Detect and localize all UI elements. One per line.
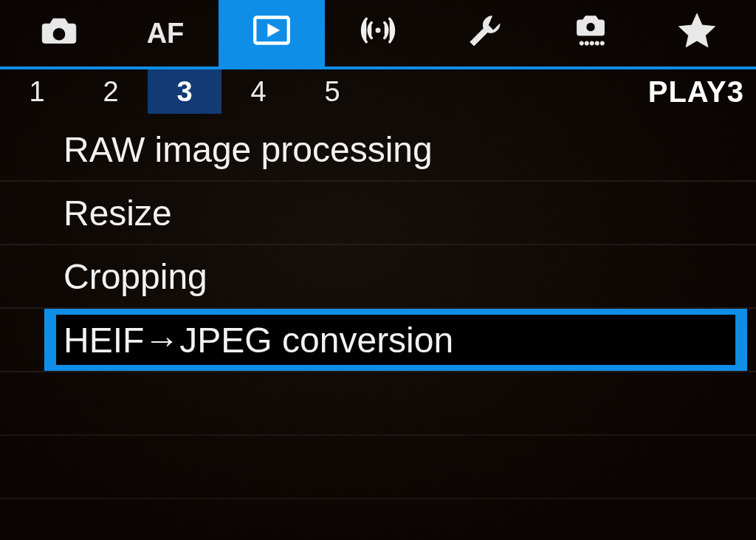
svg-point-4 bbox=[585, 41, 588, 44]
menu-item-empty bbox=[0, 372, 756, 436]
menu-item-label: Cropping bbox=[63, 256, 207, 297]
main-tab-mymenu[interactable] bbox=[644, 0, 750, 66]
menu-item-label: RAW image processing bbox=[63, 129, 433, 170]
camera-menu-screen: AF bbox=[0, 0, 756, 540]
menu-item-cropping[interactable]: Cropping bbox=[0, 245, 756, 309]
menu-item-label: HEIF→JPEG conversion bbox=[63, 320, 453, 360]
main-tab-playback[interactable] bbox=[219, 0, 325, 66]
main-tab-setup[interactable] bbox=[431, 0, 537, 66]
menu-item-raw-processing[interactable]: RAW image processing bbox=[0, 118, 756, 182]
sub-tab-1[interactable]: 1 bbox=[0, 69, 74, 114]
wrench-icon bbox=[464, 10, 505, 58]
svg-point-3 bbox=[580, 41, 583, 44]
menu-item-heif-jpeg[interactable]: HEIF→JPEG conversion bbox=[0, 309, 756, 372]
camera-dots-icon bbox=[570, 10, 611, 58]
sub-tab-label: 5 bbox=[324, 76, 340, 108]
svg-point-6 bbox=[595, 41, 599, 44]
wireless-icon bbox=[357, 10, 399, 58]
svg-point-5 bbox=[590, 41, 594, 44]
sub-tab-label: 4 bbox=[250, 76, 266, 108]
playback-icon bbox=[251, 10, 292, 58]
menu-list: RAW image processing Resize Cropping HEI… bbox=[0, 118, 756, 540]
main-tab-af[interactable]: AF bbox=[112, 0, 219, 66]
menu-item-empty bbox=[0, 499, 756, 540]
main-tab-custom[interactable] bbox=[537, 0, 644, 66]
svg-marker-1 bbox=[268, 24, 280, 37]
main-tab-wireless[interactable] bbox=[325, 0, 431, 66]
main-tab-bar: AF bbox=[0, 0, 756, 69]
sub-tab-4[interactable]: 4 bbox=[221, 69, 295, 114]
sub-tab-label: 1 bbox=[29, 76, 44, 108]
menu-item-resize[interactable]: Resize bbox=[0, 182, 756, 245]
sub-tab-3[interactable]: 3 bbox=[148, 69, 221, 114]
sub-tab-label: 3 bbox=[176, 76, 192, 108]
star-icon bbox=[676, 10, 718, 58]
section-label: PLAY3 bbox=[648, 75, 756, 109]
svg-point-2 bbox=[376, 27, 381, 33]
sub-tab-5[interactable]: 5 bbox=[295, 69, 369, 114]
svg-point-7 bbox=[600, 41, 604, 44]
sub-tab-2[interactable]: 2 bbox=[74, 69, 148, 114]
svg-marker-8 bbox=[679, 13, 715, 47]
main-tab-shoot[interactable] bbox=[6, 0, 112, 66]
af-label: AF bbox=[147, 18, 185, 49]
sub-tab-label: 2 bbox=[103, 76, 118, 108]
sub-tab-bar: 1 2 3 4 5 PLAY3 bbox=[0, 69, 756, 114]
camera-icon bbox=[38, 10, 80, 58]
menu-item-empty bbox=[0, 436, 756, 499]
menu-item-label: Resize bbox=[63, 193, 172, 233]
menu-item-highlight-box: HEIF→JPEG conversion bbox=[56, 315, 735, 365]
